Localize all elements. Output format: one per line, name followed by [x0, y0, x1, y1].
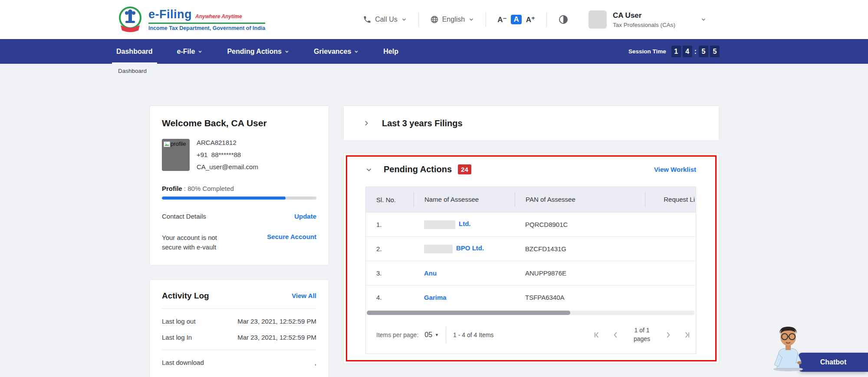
pending-count-badge: 24 [458, 164, 471, 174]
user-name: CA User [613, 11, 675, 20]
last-3-years-filings-panel[interactable]: Last 3 years Filings [343, 105, 719, 141]
chevron-down-icon [700, 16, 707, 23]
redacted-text [424, 220, 455, 229]
font-increase-button[interactable]: A⁺ [526, 15, 535, 24]
nav-help-label: Help [383, 48, 398, 56]
font-size-controls: A⁻ A A⁺ [497, 15, 535, 24]
activity-log-card: Activity Log View All Last log out Mar 2… [149, 279, 329, 377]
cell-pan: ANUPP9876E [515, 269, 645, 277]
chatbot-label: Chatbot [820, 358, 846, 366]
table-row: 4. Garima TSFPA6340A [366, 285, 696, 309]
header-divider [418, 12, 419, 27]
contrast-toggle-icon[interactable] [558, 14, 569, 25]
table-row: 1. Ltd. PQRCD8901C [366, 212, 696, 236]
divider [162, 308, 316, 309]
nav-help[interactable]: Help [383, 39, 398, 64]
cell-sl-no: 2. [366, 245, 414, 252]
progress-label-key: Profile [162, 185, 182, 192]
chevron-down-icon[interactable] [365, 166, 372, 173]
efiling-logo[interactable]: e-Filing Anywhere Anytime Income Tax Dep… [118, 6, 265, 33]
user-menu[interactable]: CA User Tax Professionals (CAs) [589, 10, 707, 29]
next-page-button[interactable] [664, 331, 672, 339]
user-phone: +91 88******88 [197, 151, 258, 158]
cell-name: Anu [414, 269, 515, 277]
pending-actions-header: Pending Actions 24 View Worklist [365, 164, 696, 174]
view-all-link[interactable]: View All [292, 292, 316, 299]
redacted-text [424, 245, 453, 253]
nav-pending-actions-label: Pending Actions [227, 48, 282, 56]
main-content: Welcome Back, CA User profile ARCA821812… [0, 74, 868, 377]
nav-pending-actions[interactable]: Pending Actions [227, 39, 289, 64]
logo-text: e-Filing Anywhere Anytime Income Tax Dep… [148, 8, 265, 31]
chatbot-button[interactable]: Chatbot [799, 353, 868, 372]
cell-pan: TSFPA6340A [515, 294, 645, 301]
session-timer: Session Time 1 4 : 5 5 [628, 46, 720, 57]
welcome-card: Welcome Back, CA User profile ARCA821812… [149, 105, 329, 266]
view-worklist-link[interactable]: View Worklist [654, 166, 696, 173]
font-decrease-button[interactable]: A⁻ [497, 15, 506, 24]
nav-dashboard[interactable]: Dashboard [116, 39, 153, 64]
nav-grievances[interactable]: Grievances [314, 39, 359, 64]
phone-number: 88******88 [211, 151, 241, 158]
contact-details-label: Contact Details [162, 213, 206, 220]
profile-alt-text: profile [171, 141, 186, 147]
activity-row: Last download , [162, 359, 316, 366]
user-id: ARCA821812 [197, 139, 258, 146]
nav-items: Dashboard e-File Pending Actions Grievan… [116, 39, 398, 64]
pending-actions-table: Sl. No. Name of Assessee PAN of Assessee… [365, 187, 696, 354]
page-indicator-line2: pages [631, 335, 653, 344]
cell-name: Ltd. [414, 220, 515, 229]
activity-value: Mar 23, 2021, 12:52:59 PM [237, 334, 316, 341]
col-header-name: Name of Assessee [414, 192, 515, 207]
chatbot-widget[interactable]: Chatbot [769, 322, 868, 372]
first-page-button[interactable] [592, 331, 601, 339]
caret-down-icon: ▼ [435, 333, 439, 337]
user-role: Tax Professionals (CAs) [613, 22, 675, 28]
nav-efile[interactable]: e-File [177, 39, 203, 64]
table-row: 3. Anu ANUPP9876E [366, 261, 696, 285]
assessee-name-link[interactable]: BPO Ltd. [456, 244, 484, 252]
chevron-right-icon [363, 120, 370, 127]
secure-account-text: Your account is not secure with e-vault [162, 233, 231, 252]
nav-efile-label: e-File [177, 48, 195, 56]
cell-sl-no: 3. [366, 269, 414, 277]
page-indicator: 1 of 1 pages [631, 326, 653, 343]
welcome-title: Welcome Back, CA User [162, 118, 316, 128]
items-per-page-label: Items per page: [376, 331, 418, 338]
update-link[interactable]: Update [294, 213, 316, 220]
table-row: 2. BPO Ltd. BZCFD1431G [366, 236, 696, 261]
activity-value: , [315, 359, 316, 366]
secure-account-link[interactable]: Secure Account [267, 233, 316, 252]
activity-row: Last log out Mar 23, 2021, 12:52:59 PM [162, 318, 316, 325]
call-us-menu[interactable]: Call Us [363, 15, 407, 24]
assessee-name-link[interactable]: Ltd. [459, 220, 471, 227]
profile-progress-bar [162, 197, 316, 200]
horizontal-scrollbar[interactable] [367, 311, 695, 315]
assessee-name-link[interactable]: Anu [424, 269, 437, 277]
items-range-text: 1 - 4 of 4 Items [453, 331, 493, 338]
font-default-button[interactable]: A [511, 15, 521, 24]
previous-page-button[interactable] [612, 331, 620, 339]
pager-controls: 1 of 1 pages [592, 326, 691, 343]
chatbot-avatar-icon [769, 322, 807, 372]
cell-name: Garima [414, 294, 515, 301]
globe-icon [430, 15, 439, 24]
scrollbar-thumb[interactable] [367, 311, 570, 315]
profile-progress-label: Profile : 80% Completed [162, 185, 316, 192]
activity-label: Last log out [162, 318, 196, 325]
phone-code: +91 [197, 151, 207, 158]
col-header-request-list: Request Li [645, 192, 696, 207]
assessee-name-link[interactable]: Garima [424, 294, 447, 301]
cell-sl-no: 4. [366, 294, 414, 301]
activity-label: Last download [162, 359, 204, 366]
cell-pan: BZCFD1431G [515, 245, 645, 252]
page-size-dropdown[interactable]: 05 ▼ [424, 331, 439, 339]
profile-summary: profile ARCA821812 +91 88******88 CA_use… [162, 139, 316, 175]
logo-title: e-Filing [148, 8, 192, 21]
broken-image-icon [164, 141, 170, 147]
header-controls: Call Us English A⁻ A A⁺ CA User T [363, 10, 707, 29]
last-page-button[interactable] [683, 331, 691, 339]
language-menu[interactable]: English [430, 15, 474, 24]
cell-name: BPO Ltd. [414, 244, 515, 253]
phone-icon [363, 15, 372, 24]
